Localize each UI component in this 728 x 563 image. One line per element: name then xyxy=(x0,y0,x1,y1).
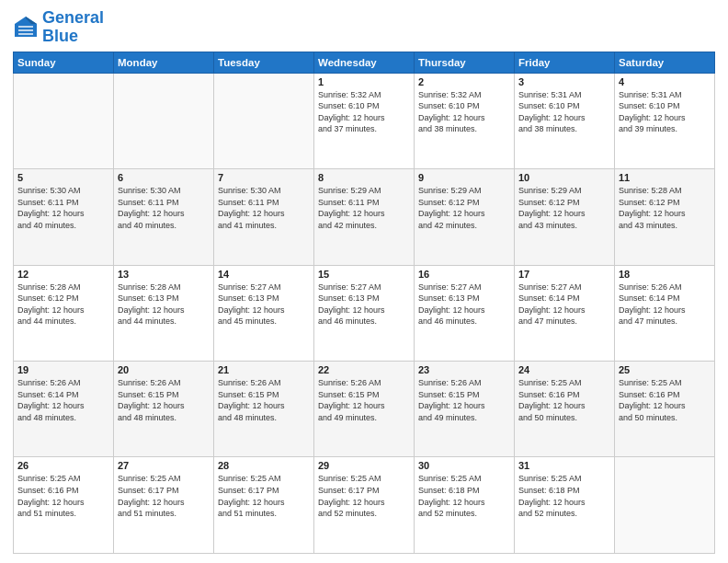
calendar-cell: 26Sunrise: 5:25 AMSunset: 6:16 PMDayligh… xyxy=(14,457,114,554)
calendar-cell: 25Sunrise: 5:25 AMSunset: 6:16 PMDayligh… xyxy=(615,362,715,457)
day-info: Sunrise: 5:28 AMSunset: 6:12 PMDaylight:… xyxy=(17,282,109,327)
calendar-cell xyxy=(214,73,314,168)
day-number: 10 xyxy=(518,172,610,183)
calendar-week-2: 5Sunrise: 5:30 AMSunset: 6:11 PMDaylight… xyxy=(14,169,715,265)
header: General Blue xyxy=(13,9,715,46)
day-info: Sunrise: 5:29 AMSunset: 6:11 PMDaylight:… xyxy=(318,185,410,231)
col-header-wednesday: Wednesday xyxy=(314,52,415,73)
day-number: 3 xyxy=(518,76,610,87)
day-info: Sunrise: 5:25 AMSunset: 6:18 PMDaylight:… xyxy=(418,473,510,519)
day-info: Sunrise: 5:26 AMSunset: 6:15 PMDaylight:… xyxy=(318,377,410,423)
day-info: Sunrise: 5:26 AMSunset: 6:14 PMDaylight:… xyxy=(619,282,711,327)
day-number: 30 xyxy=(418,460,510,471)
day-info: Sunrise: 5:26 AMSunset: 6:15 PMDaylight:… xyxy=(218,377,310,423)
calendar-cell: 20Sunrise: 5:26 AMSunset: 6:15 PMDayligh… xyxy=(114,362,214,457)
day-number: 1 xyxy=(318,76,410,87)
day-number: 31 xyxy=(518,460,610,471)
calendar-cell: 7Sunrise: 5:30 AMSunset: 6:11 PMDaylight… xyxy=(214,169,314,265)
day-number: 23 xyxy=(418,364,510,375)
day-info: Sunrise: 5:25 AMSunset: 6:17 PMDaylight:… xyxy=(318,473,410,519)
day-info: Sunrise: 5:26 AMSunset: 6:15 PMDaylight:… xyxy=(418,377,510,423)
day-info: Sunrise: 5:28 AMSunset: 6:13 PMDaylight:… xyxy=(118,282,210,327)
calendar-cell: 17Sunrise: 5:27 AMSunset: 6:14 PMDayligh… xyxy=(515,265,615,361)
calendar-cell: 14Sunrise: 5:27 AMSunset: 6:13 PMDayligh… xyxy=(214,265,314,361)
calendar-week-3: 12Sunrise: 5:28 AMSunset: 6:12 PMDayligh… xyxy=(14,265,715,361)
logo: General Blue xyxy=(13,9,104,46)
calendar-cell: 4Sunrise: 5:31 AMSunset: 6:10 PMDaylight… xyxy=(615,73,715,168)
col-header-friday: Friday xyxy=(515,52,615,73)
day-info: Sunrise: 5:27 AMSunset: 6:13 PMDaylight:… xyxy=(218,282,310,327)
calendar-cell: 27Sunrise: 5:25 AMSunset: 6:17 PMDayligh… xyxy=(114,457,214,554)
day-info: Sunrise: 5:27 AMSunset: 6:13 PMDaylight:… xyxy=(418,282,510,327)
day-info: Sunrise: 5:25 AMSunset: 6:16 PMDaylight:… xyxy=(619,377,711,423)
calendar-cell xyxy=(615,457,715,554)
col-header-monday: Monday xyxy=(114,52,214,73)
day-number: 14 xyxy=(218,269,310,280)
calendar-cell: 9Sunrise: 5:29 AMSunset: 6:12 PMDaylight… xyxy=(415,169,515,265)
day-number: 18 xyxy=(619,269,711,280)
col-header-saturday: Saturday xyxy=(615,52,715,73)
day-info: Sunrise: 5:27 AMSunset: 6:14 PMDaylight:… xyxy=(518,282,610,327)
calendar-cell xyxy=(114,73,214,168)
calendar-cell: 8Sunrise: 5:29 AMSunset: 6:11 PMDaylight… xyxy=(314,169,415,265)
day-number: 15 xyxy=(318,269,410,280)
day-number: 2 xyxy=(418,76,510,87)
day-number: 28 xyxy=(218,460,310,471)
day-number: 13 xyxy=(118,269,210,280)
calendar-week-4: 19Sunrise: 5:26 AMSunset: 6:14 PMDayligh… xyxy=(14,362,715,457)
day-info: Sunrise: 5:25 AMSunset: 6:16 PMDaylight:… xyxy=(518,377,610,423)
day-info: Sunrise: 5:28 AMSunset: 6:12 PMDaylight:… xyxy=(619,185,711,231)
day-info: Sunrise: 5:27 AMSunset: 6:13 PMDaylight:… xyxy=(318,282,410,327)
calendar-cell: 29Sunrise: 5:25 AMSunset: 6:17 PMDayligh… xyxy=(314,457,415,554)
calendar-cell: 12Sunrise: 5:28 AMSunset: 6:12 PMDayligh… xyxy=(14,265,114,361)
day-info: Sunrise: 5:29 AMSunset: 6:12 PMDaylight:… xyxy=(418,185,510,231)
day-number: 22 xyxy=(318,364,410,375)
day-info: Sunrise: 5:32 AMSunset: 6:10 PMDaylight:… xyxy=(418,89,510,135)
day-number: 17 xyxy=(518,269,610,280)
calendar-cell: 22Sunrise: 5:26 AMSunset: 6:15 PMDayligh… xyxy=(314,362,415,457)
day-number: 21 xyxy=(218,364,310,375)
day-info: Sunrise: 5:25 AMSunset: 6:18 PMDaylight:… xyxy=(518,473,610,519)
col-header-thursday: Thursday xyxy=(415,52,515,73)
day-number: 19 xyxy=(17,364,109,375)
calendar-cell: 21Sunrise: 5:26 AMSunset: 6:15 PMDayligh… xyxy=(214,362,314,457)
logo-general: General xyxy=(42,8,104,27)
day-number: 9 xyxy=(418,172,510,183)
calendar-cell: 31Sunrise: 5:25 AMSunset: 6:18 PMDayligh… xyxy=(515,457,615,554)
calendar-cell: 24Sunrise: 5:25 AMSunset: 6:16 PMDayligh… xyxy=(515,362,615,457)
svg-rect-3 xyxy=(18,29,33,31)
day-info: Sunrise: 5:31 AMSunset: 6:10 PMDaylight:… xyxy=(619,89,711,135)
day-number: 20 xyxy=(118,364,210,375)
logo-text: General Blue xyxy=(42,9,104,46)
day-number: 12 xyxy=(17,269,109,280)
day-info: Sunrise: 5:30 AMSunset: 6:11 PMDaylight:… xyxy=(118,185,210,231)
calendar-cell: 1Sunrise: 5:32 AMSunset: 6:10 PMDaylight… xyxy=(314,73,415,168)
day-info: Sunrise: 5:31 AMSunset: 6:10 PMDaylight:… xyxy=(518,89,610,135)
calendar-cell: 15Sunrise: 5:27 AMSunset: 6:13 PMDayligh… xyxy=(314,265,415,361)
svg-rect-2 xyxy=(18,26,33,28)
calendar-cell: 6Sunrise: 5:30 AMSunset: 6:11 PMDaylight… xyxy=(114,169,214,265)
col-header-sunday: Sunday xyxy=(14,52,114,73)
calendar-cell: 16Sunrise: 5:27 AMSunset: 6:13 PMDayligh… xyxy=(415,265,515,361)
logo-icon xyxy=(13,15,39,40)
calendar-cell: 10Sunrise: 5:29 AMSunset: 6:12 PMDayligh… xyxy=(515,169,615,265)
day-info: Sunrise: 5:32 AMSunset: 6:10 PMDaylight:… xyxy=(318,89,410,135)
page: General Blue SundayMondayTuesdayWednesda… xyxy=(0,0,728,563)
calendar-week-5: 26Sunrise: 5:25 AMSunset: 6:16 PMDayligh… xyxy=(14,457,715,554)
day-info: Sunrise: 5:26 AMSunset: 6:14 PMDaylight:… xyxy=(17,377,109,423)
day-number: 7 xyxy=(218,172,310,183)
day-number: 27 xyxy=(118,460,210,471)
col-header-tuesday: Tuesday xyxy=(214,52,314,73)
day-info: Sunrise: 5:26 AMSunset: 6:15 PMDaylight:… xyxy=(118,377,210,423)
calendar-cell: 3Sunrise: 5:31 AMSunset: 6:10 PMDaylight… xyxy=(515,73,615,168)
day-info: Sunrise: 5:30 AMSunset: 6:11 PMDaylight:… xyxy=(17,185,109,231)
day-number: 6 xyxy=(118,172,210,183)
svg-rect-4 xyxy=(18,33,33,35)
day-number: 11 xyxy=(619,172,711,183)
day-info: Sunrise: 5:29 AMSunset: 6:12 PMDaylight:… xyxy=(518,185,610,231)
calendar-cell: 5Sunrise: 5:30 AMSunset: 6:11 PMDaylight… xyxy=(14,169,114,265)
day-number: 4 xyxy=(619,76,711,87)
calendar-cell: 13Sunrise: 5:28 AMSunset: 6:13 PMDayligh… xyxy=(114,265,214,361)
calendar-table: SundayMondayTuesdayWednesdayThursdayFrid… xyxy=(13,52,715,554)
calendar-cell xyxy=(14,73,114,168)
